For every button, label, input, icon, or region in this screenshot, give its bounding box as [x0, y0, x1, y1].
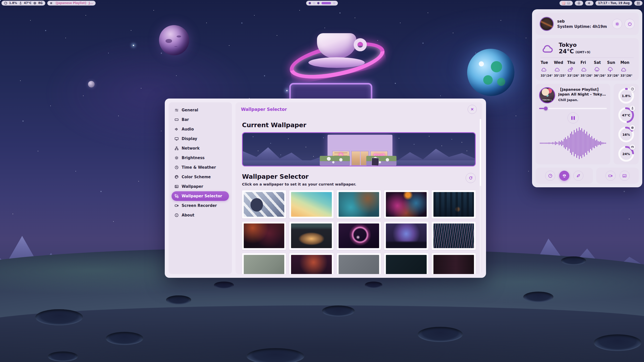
sidebar-item-wallpaper[interactable]: Wallpaper — [172, 182, 229, 191]
sidebar-label: Audio — [182, 127, 194, 131]
workspace-dot-5[interactable] — [333, 2, 335, 4]
forecast-day: Wed 35°/25° — [554, 60, 567, 77]
workspace-dot-1[interactable] — [309, 2, 311, 4]
cpu-usage-gauge: 1.8% — [618, 86, 634, 104]
settings-main-panel: Wallpaper Selector ✕ Current Wallpaper F… — [235, 102, 482, 274]
sidebar-item-time-weather[interactable]: Time & Weather — [172, 163, 229, 172]
weather-divider — [541, 58, 634, 58]
image-icon — [622, 174, 627, 178]
track-title: 【Japanese Playlist】 Japan All Night - To… — [558, 87, 607, 97]
bar-icon — [175, 118, 179, 122]
sidebar-item-general[interactable]: General — [172, 105, 229, 115]
weather-temp: 24°C — [559, 48, 574, 55]
sidebar-item-brightness[interactable]: Brightness — [172, 153, 229, 163]
media-pill[interactable]: 【Japanese Playlist】 J... — [47, 1, 96, 6]
crater — [365, 282, 382, 288]
crater — [418, 327, 463, 342]
workspace-dot-2[interactable] — [313, 2, 315, 4]
forecast-temps: 35°/26° — [581, 74, 593, 77]
weather-timezone: (GMT+9) — [575, 51, 590, 54]
sidebar-item-audio[interactable]: Audio — [172, 124, 229, 134]
wallpaper-thumb-pink-mesh-wave[interactable] — [432, 222, 476, 250]
system-stats-card: 1.8% 47°C 16% 24% — [614, 84, 639, 164]
system-stats-pill[interactable]: 1.8% 47°C 8G — [2, 1, 45, 6]
forecast-day-label: Mon — [620, 60, 629, 65]
performance-profile-button[interactable] — [545, 171, 555, 181]
tray-image-icon[interactable] — [567, 2, 570, 5]
screenshot-button[interactable] — [620, 171, 630, 181]
rain-cloud-icon — [594, 67, 600, 72]
sidebar-item-about[interactable]: About — [172, 210, 229, 220]
wallpaper-thumb-purple-nebula-forest[interactable] — [384, 222, 428, 250]
wallpaper-selector-subtitle: Click on a wallpaper to set it as your c… — [242, 182, 356, 186]
leaf-icon — [576, 174, 580, 178]
forecast-day-label: Wed — [554, 60, 563, 65]
seek-slider[interactable] — [539, 106, 607, 110]
sidebar-item-screen-recorder[interactable]: Screen Recorder — [172, 201, 229, 210]
video-camera-icon — [608, 174, 613, 178]
wallpaper-thumb-dark-autumn-trees[interactable] — [289, 253, 333, 274]
crater — [561, 256, 586, 265]
workspace-dot-3[interactable] — [317, 2, 319, 4]
screen-record-button[interactable] — [606, 171, 616, 181]
pause-button[interactable] — [568, 112, 579, 123]
refresh-button[interactable] — [466, 173, 476, 183]
slider-fill — [539, 108, 544, 109]
sidebar-item-bar[interactable]: Bar — [172, 115, 229, 124]
sidebar-item-color-scheme[interactable]: Color Scheme — [172, 172, 229, 182]
wallpaper-thumb-dark-blue-forest[interactable] — [432, 190, 476, 218]
system-tray-pill[interactable] — [559, 1, 573, 6]
speaker-icon — [175, 127, 179, 131]
wallpaper-thumb-pink-eclipse-ring[interactable] — [337, 222, 381, 250]
notifications-pill[interactable] — [575, 1, 583, 6]
wallpaper-selector-content: Current Wallpaper Fresh Moon Beans — [235, 116, 482, 274]
power-button[interactable] — [625, 19, 635, 29]
slider-track[interactable] — [539, 108, 607, 109]
wallpaper-thumb-teal-yellow-gradient[interactable] — [289, 190, 333, 218]
username: seb — [557, 19, 607, 24]
wallpaper-thumb-lofi-coffee-storefront[interactable] — [289, 222, 333, 250]
scrollbar-thumb[interactable] — [480, 119, 481, 186]
power-saver-profile-button[interactable] — [573, 171, 583, 181]
cloud-icon — [581, 67, 587, 72]
monitor-icon — [175, 137, 179, 141]
wallpaper-thumb-gray-minimal[interactable] — [337, 253, 381, 274]
sliders-icon — [175, 108, 179, 112]
gauge-icon — [631, 87, 634, 90]
wallpaper-thumb-neon-arcade-alley[interactable] — [384, 190, 428, 218]
sidebar-label: Color Scheme — [182, 175, 211, 179]
wallpaper-thumb-gray-green-field[interactable] — [242, 253, 286, 274]
sidebar-item-display[interactable]: Display — [172, 134, 229, 144]
clock-pill[interactable]: 17:17 - Tue, 19 Aug — [595, 1, 632, 6]
crater — [35, 309, 83, 325]
album-art: TOKYO L — [539, 87, 555, 103]
flower-planter — [366, 156, 396, 166]
forecast-row: Tue 33°/24° Wed 35°/25° Thu 33°/26° Fri … — [541, 60, 634, 77]
flower-planter — [320, 156, 350, 166]
avatar — [540, 17, 554, 31]
sidebar-item-network[interactable]: Network — [172, 144, 229, 153]
earth-planet — [467, 49, 514, 96]
settings-button[interactable] — [612, 19, 622, 29]
wallpaper-thumb-dark-teal-night[interactable] — [384, 253, 428, 274]
scrollbar[interactable] — [480, 119, 481, 274]
slider-thumb[interactable] — [544, 107, 548, 110]
close-button[interactable]: ✕ — [468, 105, 477, 114]
wallpaper-thumb-dark-maroon-gradient[interactable] — [432, 253, 476, 274]
forecast-day: Tue 33°/24° — [541, 60, 554, 77]
teacup-handle — [354, 38, 367, 51]
sidebar-item-wallpaper-selector[interactable]: Wallpaper Selector — [172, 191, 229, 201]
gauge-icon — [548, 174, 552, 178]
workspace-dot-4-active[interactable] — [321, 2, 331, 4]
wallpaper-thumb-anime-girl-crosswalk[interactable] — [242, 190, 286, 218]
sidebar-label: Display — [182, 137, 197, 141]
dashboard-toggle-pill[interactable] — [634, 1, 642, 6]
cloud-icon — [554, 67, 560, 72]
volume-pill[interactable] — [585, 1, 593, 6]
balanced-profile-button[interactable] — [559, 171, 569, 181]
forecast-temps: 33°/24° — [541, 74, 553, 77]
wallpaper-thumb-red-ember-landscape[interactable] — [242, 222, 286, 250]
tray-app-icon[interactable] — [562, 2, 565, 5]
forecast-day-label: Sun — [607, 60, 615, 65]
wallpaper-thumb-blurred-teal-orange[interactable] — [337, 190, 381, 218]
